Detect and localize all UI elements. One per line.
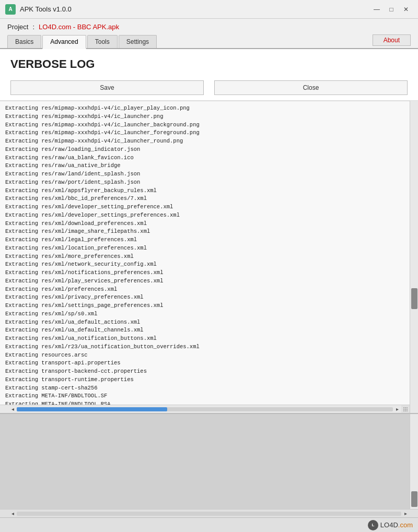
log-line: Extracting res/xml/ua_default_actions.xm… [5,318,408,327]
lo4d-text: LO4D.com [380,521,413,529]
log-line: Extracting res/xml/location_preferences.… [5,244,408,253]
tab-basics[interactable]: Basics [7,35,41,48]
log-line: Extracting res/xml/image_share_filepaths… [5,228,408,236]
dot [403,410,404,411]
lower-vscroll[interactable] [410,414,418,509]
log-line: Extracting res/xml/sp/s0.xml [5,310,408,318]
log-line: Extracting res/raw/land/ident_splash.jso… [5,170,408,179]
tab-settings[interactable]: Settings [119,35,157,48]
hscroll-track[interactable] [17,407,393,411]
project-value: LO4D.com - BBC APK.apk [39,23,119,31]
hscroll-thumb [17,407,167,411]
log-line: Extracting transport-runtime.properties [5,376,408,384]
title-bar: A APK Tools v1.0.0 — □ ✕ [0,0,418,19]
lo4d-logo: L LO4D.com [368,520,413,530]
log-line: Extracting res/mipmap-xxxhdpi-v4/ic_laun… [5,121,408,129]
close-button[interactable]: ✕ [399,4,413,15]
log-line: Extracting stamp-cert-sha256 [5,384,408,393]
lower-scroll-right[interactable]: ▸ [401,510,410,518]
lower-scroll-left[interactable]: ◂ [8,510,17,518]
lower-hscroll[interactable]: ◂ ▸ [0,509,418,517]
status-bar: L LO4D.com [0,517,418,532]
lower-panel: ◂ ▸ [0,413,418,517]
dot [405,407,406,408]
dot [407,409,408,410]
dot [407,410,408,411]
log-line: Extracting resources.arsc [5,351,408,360]
scroll-right-arrow[interactable]: ▸ [393,405,401,413]
app-title: APK Tools v1.0.0 [20,5,370,13]
dot [407,407,408,408]
log-line: Extracting res/raw/ua_native_bridge [5,162,408,170]
scroll-corner [401,405,410,413]
log-line: Extracting res/xml/appsflyrer_backup_rul… [5,187,408,195]
vertical-scrollbar[interactable] [410,101,418,413]
log-content[interactable]: Extracting res/mipmap-xxxhdpi-v4/ic_play… [0,101,418,405]
log-line: Extracting transport-api.properties [5,359,408,368]
lo4d-suffix: .com [398,521,413,529]
log-line: Extracting res/xml/settings_page_prefere… [5,302,408,310]
scroll-dots [403,407,408,411]
verbose-log-header: VERBOSE LOG [0,49,418,75]
log-line: Extracting res/mipmap-xxxhdpi-v4/ic_laun… [5,129,408,137]
tab-tools[interactable]: Tools [87,35,118,48]
maximize-button[interactable]: □ [385,4,398,15]
log-line: Extracting res/xml/more_preferences.xml [5,253,408,261]
log-line: Extracting res/mipmap-xxxhdpi-v4/ic_laun… [5,113,408,121]
project-label: Project [7,23,28,31]
lower-panel-content [0,414,418,509]
scroll-left-arrow[interactable]: ◂ [8,405,17,413]
log-line: Extracting res/raw/ua_blank_favicon.ico [5,154,408,162]
log-line: Extracting res/xml/play_services_prefere… [5,277,408,286]
about-button[interactable]: About [373,34,411,46]
vscroll-thumb [411,288,417,309]
log-line: Extracting res/xml/legal_preferences.xml [5,236,408,244]
dot [405,409,406,410]
log-line: Extracting res/xml/r23/ua_notification_b… [5,343,408,351]
log-line: Extracting res/xml/notifications_prefere… [5,269,408,277]
log-line: Extracting res/xml/ua_default_channels.x… [5,326,408,335]
app-icon: A [5,4,16,15]
log-line: Extracting res/mipmap-xxxhdpi-v4/ic_laun… [5,137,408,146]
save-button[interactable]: Save [10,80,204,95]
action-buttons: Save Close [0,75,418,100]
project-bar: Project : LO4D.com - BBC APK.apk [0,19,418,35]
close-log-button[interactable]: Close [214,80,408,95]
tab-advanced[interactable]: Advanced [42,35,86,49]
minimize-button[interactable]: — [370,4,384,15]
dot [403,407,404,408]
log-line: Extracting META-INF/BNDLTOOL.RSA [5,400,408,405]
lower-vscroll-thumb [411,491,417,507]
log-line: Extracting res/raw/loading_indicator.jso… [5,146,408,154]
log-panel: Extracting res/mipmap-xxxhdpi-v4/ic_play… [0,100,418,413]
content-area: VERBOSE LOG Save Close Extracting res/mi… [0,49,418,517]
log-line: Extracting res/xml/network_security_conf… [5,261,408,269]
log-line: Extracting res/raw/port/ident_splash.jso… [5,179,408,187]
window-controls: — □ ✕ [370,4,413,15]
main-window: Project : LO4D.com - BBC APK.apk Basics … [0,19,418,532]
lo4d-icon: L [368,520,378,530]
log-line: Extracting res/mipmap-xxxhdpi-v4/ic_play… [5,104,408,113]
project-colon: : [32,23,34,31]
tabs-area: Basics Advanced Tools Settings About [0,35,418,49]
log-line: Extracting transport-backend-cct.propert… [5,368,408,376]
log-line: Extracting res/xml/developer_settings_pr… [5,211,408,220]
log-line: Extracting res/xml/download_preferences.… [5,220,408,228]
lower-hscroll-track[interactable] [17,512,401,516]
log-line: Extracting res/xml/preferences.xml [5,286,408,294]
dot [403,409,404,410]
log-line: Extracting res/xml/privacy_preferences.x… [5,293,408,302]
log-line: Extracting res/xml/developer_setting_pre… [5,203,408,211]
horizontal-scrollbar[interactable]: ◂ ▸ [0,405,418,413]
log-line: Extracting META-INF/BNDLTOOL.SF [5,392,408,400]
dot [405,410,406,411]
log-line: Extracting res/xml/bbc_id_preferences/7.… [5,195,408,203]
log-line: Extracting res/xml/ua_notification_butto… [5,335,408,343]
